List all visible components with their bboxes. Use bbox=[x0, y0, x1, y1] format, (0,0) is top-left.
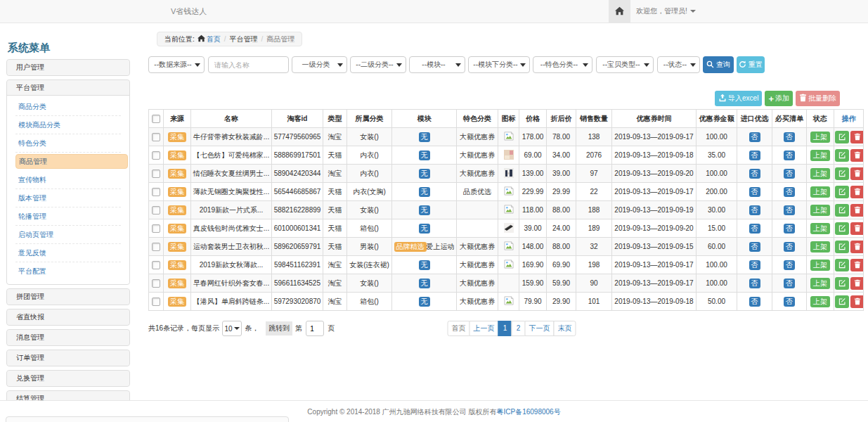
edit-button[interactable] bbox=[835, 167, 849, 180]
row-checkbox[interactable] bbox=[152, 206, 160, 215]
page-button[interactable]: 上一页 bbox=[469, 321, 499, 336]
status-on-badge[interactable]: 上架 bbox=[810, 241, 830, 252]
import-no-badge[interactable]: 否 bbox=[749, 187, 760, 197]
must-buy-no-badge[interactable]: 否 bbox=[784, 297, 795, 307]
must-buy-no-badge[interactable]: 否 bbox=[784, 279, 795, 288]
jump-page-input[interactable] bbox=[306, 321, 324, 336]
import-excel-button[interactable]: 导入excel bbox=[715, 91, 762, 106]
must-buy-no-badge[interactable]: 否 bbox=[784, 187, 795, 197]
delete-button[interactable] bbox=[850, 204, 864, 217]
sidebar-section-heading[interactable]: 消息管理 bbox=[7, 330, 129, 345]
sidebar-item-link[interactable]: 特色分类 bbox=[10, 136, 127, 151]
import-no-badge[interactable]: 否 bbox=[749, 242, 760, 252]
status-on-badge[interactable]: 上架 bbox=[810, 150, 830, 161]
sidebar-item-link[interactable]: 意见反馈 bbox=[10, 245, 127, 260]
sidebar-item-link[interactable]: 宣传物料 bbox=[10, 172, 127, 187]
filter-item-type-select[interactable]: --宝贝类型-- bbox=[596, 56, 654, 73]
delete-button[interactable] bbox=[850, 295, 864, 308]
edit-button[interactable] bbox=[835, 204, 849, 217]
must-buy-no-badge[interactable]: 否 bbox=[784, 205, 795, 215]
status-on-badge[interactable]: 上架 bbox=[810, 205, 830, 216]
filter-level1-category-select[interactable]: 一级分类 bbox=[292, 56, 347, 73]
row-checkbox[interactable] bbox=[152, 170, 160, 178]
must-buy-no-badge[interactable]: 否 bbox=[784, 224, 795, 234]
edit-button[interactable] bbox=[835, 277, 849, 290]
edit-button[interactable] bbox=[835, 131, 849, 143]
reset-button[interactable]: 重置 bbox=[737, 56, 765, 73]
row-checkbox[interactable] bbox=[152, 133, 160, 141]
filter-module-select[interactable]: --模块-- bbox=[409, 56, 465, 73]
sidebar-item-link[interactable]: 平台配置 bbox=[10, 264, 127, 279]
delete-button[interactable] bbox=[850, 241, 864, 253]
import-no-badge[interactable]: 否 bbox=[749, 205, 760, 215]
delete-button[interactable] bbox=[850, 277, 864, 290]
edit-button[interactable] bbox=[835, 259, 849, 271]
batch-delete-button[interactable]: 批量删除 bbox=[796, 91, 840, 106]
filter-level2-category-select[interactable]: --二级分类-- bbox=[350, 56, 406, 73]
search-button[interactable]: 查询 bbox=[703, 56, 734, 73]
sidebar-item-link[interactable]: 商品管理 bbox=[15, 154, 128, 169]
status-on-badge[interactable]: 上架 bbox=[810, 132, 830, 143]
status-on-badge[interactable]: 上架 bbox=[810, 186, 830, 198]
import-no-badge[interactable]: 否 bbox=[749, 297, 760, 307]
page-button[interactable]: 首页 bbox=[448, 321, 470, 336]
sidebar-item-link[interactable]: 模块商品分类 bbox=[10, 117, 127, 132]
must-buy-no-badge[interactable]: 否 bbox=[784, 242, 795, 252]
delete-button[interactable] bbox=[850, 149, 864, 162]
status-on-badge[interactable]: 上架 bbox=[810, 260, 830, 271]
filter-data-source-select[interactable]: --数据来源-- bbox=[148, 56, 205, 73]
add-button[interactable]: +添加 bbox=[765, 91, 793, 106]
sidebar-section-heading[interactable]: 平台管理 bbox=[7, 80, 129, 96]
delete-button[interactable] bbox=[850, 222, 864, 235]
edit-button[interactable] bbox=[835, 222, 849, 235]
select-all-checkbox[interactable] bbox=[152, 115, 160, 123]
edit-button[interactable] bbox=[835, 149, 849, 162]
sidebar-section-heading[interactable]: 拼团管理 bbox=[7, 289, 129, 305]
status-on-badge[interactable]: 上架 bbox=[810, 168, 830, 179]
sidebar-section-heading[interactable]: 订单管理 bbox=[7, 350, 129, 366]
page-button[interactable]: 下一页 bbox=[525, 321, 555, 336]
edit-button[interactable] bbox=[835, 241, 849, 253]
icp-link[interactable]: 粤ICP备16098006号 bbox=[496, 408, 560, 416]
navbar-home-button[interactable] bbox=[609, 0, 630, 23]
delete-button[interactable] bbox=[850, 259, 864, 271]
must-buy-no-badge[interactable]: 否 bbox=[784, 169, 795, 179]
import-no-badge[interactable]: 否 bbox=[749, 169, 760, 179]
must-buy-no-badge[interactable]: 否 bbox=[784, 260, 795, 270]
page-button[interactable]: 1 bbox=[498, 321, 512, 336]
import-no-badge[interactable]: 否 bbox=[749, 151, 760, 160]
row-checkbox[interactable] bbox=[152, 224, 160, 233]
row-checkbox[interactable] bbox=[152, 279, 160, 288]
import-no-badge[interactable]: 否 bbox=[749, 260, 760, 270]
row-checkbox[interactable] bbox=[152, 261, 160, 269]
status-on-badge[interactable]: 上架 bbox=[810, 223, 830, 234]
page-button[interactable]: 末页 bbox=[554, 321, 576, 336]
sidebar-section-heading[interactable]: 省直快报 bbox=[7, 309, 129, 325]
must-buy-no-badge[interactable]: 否 bbox=[784, 132, 795, 142]
breadcrumb-home-link[interactable]: 首页 bbox=[207, 35, 221, 43]
row-checkbox[interactable] bbox=[152, 298, 160, 306]
page-size-select[interactable]: 10 bbox=[222, 321, 242, 336]
edit-button[interactable] bbox=[835, 295, 849, 308]
delete-button[interactable] bbox=[850, 167, 864, 180]
sidebar-item-link[interactable]: 商品分类 bbox=[10, 99, 127, 114]
sidebar-item-link[interactable]: 版本管理 bbox=[10, 191, 127, 205]
page-button[interactable]: 2 bbox=[512, 321, 526, 336]
row-checkbox[interactable] bbox=[152, 243, 160, 251]
status-on-badge[interactable]: 上架 bbox=[810, 296, 830, 307]
must-buy-no-badge[interactable]: 否 bbox=[784, 151, 795, 160]
sidebar-section-heading[interactable]: 用户管理 bbox=[7, 60, 129, 75]
edit-button[interactable] bbox=[835, 186, 849, 198]
filter-name-input[interactable] bbox=[208, 56, 289, 73]
delete-button[interactable] bbox=[850, 186, 864, 198]
sidebar-item-link[interactable]: 启动页管理 bbox=[10, 227, 127, 242]
row-checkbox[interactable] bbox=[152, 188, 160, 196]
import-no-badge[interactable]: 否 bbox=[749, 279, 760, 288]
status-on-badge[interactable]: 上架 bbox=[810, 278, 830, 289]
sidebar-section-heading[interactable]: 兑换管理 bbox=[7, 371, 129, 386]
row-checkbox[interactable] bbox=[152, 151, 160, 160]
filter-feature-category-select[interactable]: --特色分类-- bbox=[533, 56, 592, 73]
filter-module-sub-select[interactable]: --模块下分类-- bbox=[468, 56, 530, 73]
user-menu[interactable]: 欢迎您，管理员! bbox=[636, 0, 696, 23]
filter-status-select[interactable]: --状态-- bbox=[657, 56, 700, 73]
